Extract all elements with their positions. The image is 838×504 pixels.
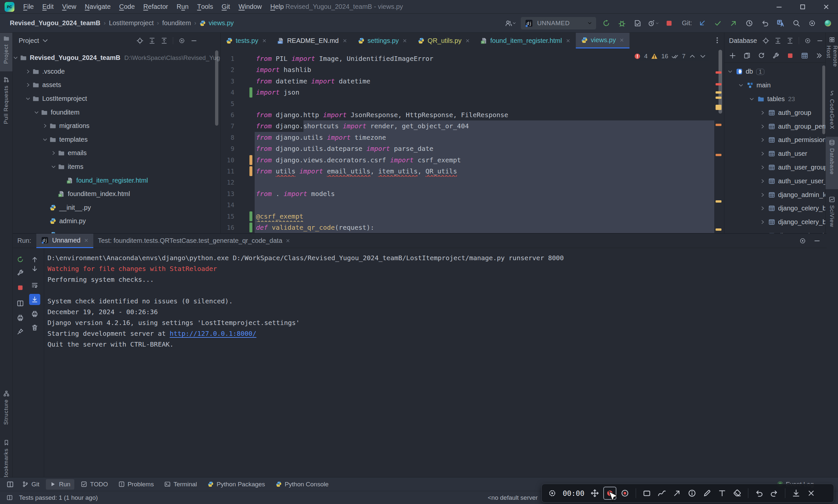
db-tree-item-django_celery_beat_[interactable]: django_celery_beat_ <box>725 202 826 215</box>
customize-run-button[interactable] <box>15 267 26 278</box>
run-settings-gear-icon[interactable] <box>799 237 806 245</box>
project-tree-item--vscode[interactable]: .vscode <box>13 65 220 78</box>
clear-console-button[interactable] <box>29 322 40 333</box>
menu-item-refactor[interactable]: Refactor <box>139 0 173 14</box>
profiler-button[interactable] <box>648 18 659 29</box>
db-tree-item-auth_user_user_perm[interactable]: auth_user_user_perm <box>725 174 826 188</box>
tool-window-button-project[interactable]: Project <box>0 33 13 71</box>
plugin-sphere-button[interactable] <box>822 18 834 29</box>
error-stripe-mark[interactable] <box>716 154 721 156</box>
freehand-curve-tool-button[interactable] <box>655 487 668 500</box>
code-with-me-users-icon[interactable] <box>505 18 516 29</box>
project-tree-item-founditem_index-html[interactable]: Hfounditem_index.html <box>13 187 220 201</box>
split-console-button[interactable] <box>15 298 26 309</box>
db-tree-item-auth_group[interactable]: auth_group <box>725 106 826 120</box>
run-with-coverage-button[interactable] <box>632 18 643 29</box>
ide-settings-button[interactable] <box>806 18 818 29</box>
tool-window-button-pull-requests[interactable]: Pull Requests <box>0 74 13 128</box>
project-options-gear-icon[interactable] <box>178 37 185 44</box>
tool-window-button-structure[interactable]: Structure <box>0 388 13 434</box>
more-toolbar-icon[interactable] <box>816 52 823 59</box>
error-stripe-mark[interactable] <box>716 105 721 110</box>
project-tree-item-items[interactable]: items <box>13 160 220 174</box>
chevron-right-icon[interactable] <box>760 165 765 170</box>
chevron-down-icon[interactable] <box>51 164 56 169</box>
rollback-button[interactable] <box>760 18 770 29</box>
menu-item-view[interactable]: View <box>58 0 81 14</box>
print-button[interactable] <box>29 308 40 320</box>
close-window-button[interactable] <box>815 0 838 14</box>
stop-query-icon[interactable] <box>787 52 794 59</box>
editor-scrollbar[interactable] <box>718 50 722 113</box>
recording-indicator-button[interactable] <box>618 487 631 500</box>
menu-item-git[interactable]: Git <box>217 0 234 14</box>
project-tree-item-lostitemproject[interactable]: LostItemproject <box>13 92 220 106</box>
counter-tool-button[interactable] <box>685 487 698 500</box>
tool-window-button-python-console[interactable]: Python Console <box>272 479 333 490</box>
db-tree-item-auth_group_permiss[interactable]: auth_group_permiss <box>725 120 826 133</box>
tab-options-kebab-icon[interactable] <box>714 37 721 44</box>
tool-window-button-remote-host[interactable]: Remote Host <box>825 34 838 83</box>
project-locate-icon[interactable] <box>137 37 143 44</box>
db-tree-item-django_admin_log[interactable]: django_admin_log <box>725 188 826 202</box>
chevron-down-icon[interactable] <box>34 110 39 115</box>
database-locate-icon[interactable] <box>762 37 769 44</box>
db-tree-item-tables[interactable]: tables23 <box>725 92 826 106</box>
refresh-icon[interactable] <box>758 52 765 59</box>
error-stripe-mark[interactable] <box>716 229 721 231</box>
editor-tab-readme_en-md[interactable]: MDREADME_EN.md <box>272 33 353 49</box>
tool-window-button-codegeex[interactable]: CodeGeeX <box>825 88 838 132</box>
rectangle-tool-button[interactable] <box>640 487 653 500</box>
database-hide-panel-icon[interactable] <box>816 37 823 44</box>
prev-problem-icon[interactable] <box>689 53 696 60</box>
project-tree-item-__init__-py[interactable]: __init__.py <box>13 201 220 215</box>
breadcrumb-item-revised_yugou_2024_teamb[interactable]: Revised_Yugou_2024_teamB <box>10 19 101 27</box>
arrow-tool-button[interactable] <box>671 487 683 500</box>
breadcrumb-item-views-py[interactable]: views.py <box>199 19 234 27</box>
minimize-window-button[interactable] <box>767 0 791 14</box>
tool-window-button-python-packages[interactable]: Python Packages <box>203 479 269 490</box>
chevron-right-icon[interactable] <box>760 205 765 211</box>
project-tree-item-assets[interactable]: assets <box>13 78 220 92</box>
close-tab-icon[interactable] <box>285 238 290 243</box>
run-tab-test[interactable]: Test: founditem.tests.QRTestCase.test_ge… <box>93 234 295 248</box>
eraser-tool-button[interactable] <box>731 487 744 500</box>
database-collapse-all-icon[interactable] <box>787 37 794 44</box>
project-tree-item-apps-py[interactable]: apps.py <box>13 228 220 233</box>
inspections-widget[interactable]: 4 16 7 <box>631 52 709 61</box>
error-stripe-mark[interactable] <box>716 96 721 99</box>
chevron-down-icon[interactable] <box>727 69 733 74</box>
recorder-settings-button[interactable] <box>546 487 559 500</box>
project-tree-item-migrations[interactable]: migrations <box>13 119 220 133</box>
chevron-right-icon[interactable] <box>42 123 48 129</box>
git-push-button[interactable] <box>728 18 739 29</box>
chevron-down-icon[interactable] <box>738 83 744 88</box>
chevron-right-icon[interactable] <box>760 124 765 129</box>
tool-window-button-git[interactable]: Git <box>18 479 43 490</box>
db-tree-item-auth_permission[interactable]: auth_permission <box>725 133 826 147</box>
breadcrumb-item-lostitemproject[interactable]: LostItemproject <box>109 19 154 27</box>
editor-tab-qr_utils-py[interactable]: QR_utils.py <box>412 33 475 49</box>
save-recording-button[interactable] <box>789 487 803 500</box>
db-tree-item-auth_user[interactable]: auth_user <box>725 147 826 161</box>
tool-windows-grid-icon[interactable] <box>4 479 16 490</box>
editor-content[interactable]: 1from PIL import Image, UnidentifiedImag… <box>221 49 724 233</box>
menu-item-tools[interactable]: Tools <box>193 0 217 14</box>
chevron-right-icon[interactable] <box>760 178 765 184</box>
menu-item-help[interactable]: Help <box>266 0 288 14</box>
git-update-button[interactable] <box>697 18 708 29</box>
project-tree-item-admin-py[interactable]: admin.py <box>13 214 220 228</box>
close-tab-icon[interactable] <box>262 38 267 43</box>
chevron-right-icon[interactable] <box>760 110 765 115</box>
rerun-server-button[interactable] <box>15 254 26 265</box>
tool-window-button-terminal[interactable]: Terminal <box>160 479 201 490</box>
chevron-down-icon[interactable] <box>25 96 31 102</box>
menu-item-run[interactable]: Run <box>172 0 193 14</box>
maximize-window-button[interactable] <box>791 0 815 14</box>
database-options-gear-icon[interactable] <box>804 37 811 44</box>
close-tab-icon[interactable] <box>465 38 470 43</box>
close-tab-icon[interactable] <box>84 238 89 243</box>
project-tree-item-templates[interactable]: templates <box>13 133 220 147</box>
db-tree-item-db[interactable]: db1 <box>725 65 826 78</box>
editor-tab-settings-py[interactable]: settings.py <box>353 33 413 49</box>
